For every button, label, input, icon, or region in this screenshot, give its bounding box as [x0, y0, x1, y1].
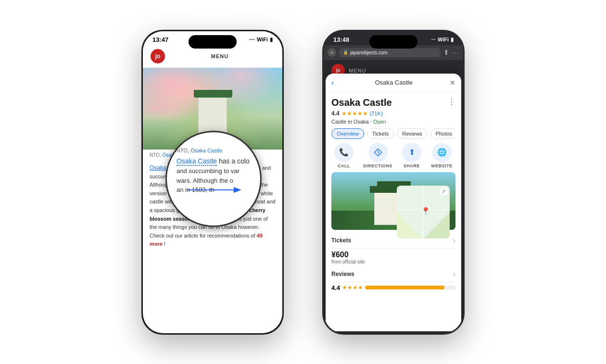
reviews-count[interactable]: (71K) [370, 111, 383, 116]
url-text: japanobjects.com [350, 50, 388, 55]
website-button[interactable]: 🌐 WEBSITE [431, 143, 453, 168]
place-type: Castle in Osaka · Open [331, 119, 455, 125]
tab-tickets[interactable]: Tickets [367, 128, 394, 139]
phone2-wrapper: 13:48 ··· WiFi ▮ ✕ 🔒 japanobjects.com ⬆ [322, 30, 465, 335]
map-pin: 📍 [421, 207, 430, 216]
website-icon: 🌐 [432, 143, 452, 162]
connecting-arrow [188, 183, 245, 197]
wifi-icon-2: WiFi [438, 37, 449, 42]
time-1: 13:47 [152, 36, 168, 43]
share-button[interactable]: ⬆ SHARE [402, 143, 421, 168]
open-status: Open [373, 119, 386, 125]
popup-body: Osaka Castle ⋮ 4.4 ★★★★★ (71K) Castle in… [326, 92, 461, 296]
reviews-label: Reviews [331, 271, 354, 277]
status-icons-2: ··· WiFi ▮ [431, 37, 454, 43]
directions-button[interactable]: DIRECTIONS [363, 143, 392, 168]
reviews-rating: 4.4 [331, 284, 340, 291]
reviews-arrow: › [453, 270, 455, 278]
reviews-stars: ★★★★ [342, 284, 363, 291]
place-name: Osaka Castle [331, 97, 392, 108]
popup-close-button[interactable]: ✕ [450, 79, 455, 87]
time-2: 13:48 [333, 36, 349, 43]
call-button[interactable]: 📞 CALL [334, 143, 354, 168]
rating-number: 4.4 [331, 110, 340, 117]
phone-2: 13:48 ··· WiFi ▮ ✕ 🔒 japanobjects.com ⬆ [322, 30, 465, 335]
action-buttons: 📞 CALL DIRECTIONS [331, 143, 455, 168]
status-icons-1: ···· WiFi ▮ [249, 37, 273, 43]
map-thumbnail[interactable]: 📍 ⤢ [397, 186, 450, 238]
phone2-screen: 13:48 ··· WiFi ▮ ✕ 🔒 japanobjects.com ⬆ [324, 31, 463, 333]
phone1-nav: jo MENU [143, 45, 282, 68]
tab-photos[interactable]: Photos [430, 128, 455, 139]
phone1-menu[interactable]: MENU [165, 53, 275, 59]
signal-icon-2: ··· [431, 37, 436, 42]
browser-more[interactable]: ··· [452, 49, 459, 56]
browser-close[interactable]: ✕ [328, 48, 336, 57]
tickets-label: Tickets [331, 237, 351, 244]
place-more-button[interactable]: ⋮ [448, 97, 455, 106]
rating-bar [365, 286, 455, 289]
battery-icon-2: ▮ [451, 37, 454, 43]
directions-label: DIRECTIONS [363, 163, 392, 168]
exclamation: ! [164, 241, 165, 247]
magnify-line2: and succumbing to var [177, 166, 251, 176]
tab-overview[interactable]: Overview [331, 128, 364, 139]
popup-tabs: Overview Tickets Reviews Photos Tours [331, 128, 455, 139]
popup-header-title: Osaka Castle [338, 79, 450, 86]
popup-back-button[interactable]: ‹ [331, 78, 334, 87]
magnify-breadcrumb: NTO, Osaka Castle [177, 147, 251, 155]
phone1-logo[interactable]: jo [151, 49, 165, 63]
phone1-wrapper: 13:47 ···· WiFi ▮ jo MENU [141, 30, 284, 335]
tab-reviews[interactable]: Reviews [397, 128, 428, 139]
call-icon: 📞 [334, 143, 354, 162]
rating-row: 4.4 ★★★★★ (71K) [331, 110, 455, 117]
directions-icon [368, 143, 388, 162]
ticket-price-sub: from official site [331, 259, 455, 264]
dynamic-island-1 [189, 35, 237, 49]
scene: 13:47 ···· WiFi ▮ jo MENU [0, 0, 606, 364]
wifi-icon: WiFi [257, 37, 268, 42]
tickets-arrow: › [453, 237, 455, 244]
battery-icon: ▮ [270, 37, 273, 43]
website-label: WEBSITE [431, 163, 453, 168]
popup-header: ‹ Osaka Castle ✕ [326, 74, 461, 92]
share-icon: ⬆ [402, 143, 421, 162]
share-label: SHARE [404, 163, 420, 168]
phone2-menu[interactable]: MENU [349, 68, 366, 74]
magnify-has: has a colo [219, 157, 250, 165]
map-expand-button[interactable]: ⤢ [440, 188, 448, 195]
magnify-link: Osaka Castle [190, 148, 222, 153]
places-popup: ‹ Osaka Castle ✕ Osaka Castle ⋮ 4.4 ★★★★… [326, 74, 461, 331]
rating-bar-fill [365, 286, 444, 289]
lock-icon: 🔒 [343, 50, 348, 55]
signal-icon: ···· [249, 37, 255, 42]
ticket-price: ¥600 [331, 251, 455, 259]
magnify-title: Osaka Castle [177, 157, 217, 166]
browser-share[interactable]: ⬆ [443, 49, 449, 56]
star-icons: ★★★★★ [341, 110, 368, 117]
reviews-row[interactable]: Reviews › [331, 266, 455, 282]
dynamic-island-2 [369, 35, 417, 49]
magnify-glass: NTO, Osaka Castle Osaka Castle has a col… [165, 131, 262, 227]
url-bar[interactable]: 🔒 japanobjects.com [339, 48, 441, 57]
call-label: CALL [338, 163, 350, 168]
